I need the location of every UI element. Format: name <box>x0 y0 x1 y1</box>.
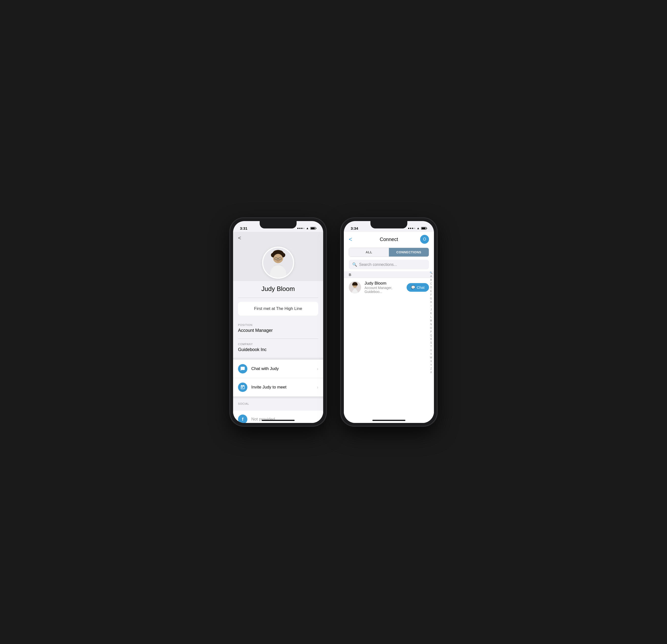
alpha-index-B[interactable]: B <box>430 278 432 282</box>
chat-action-icon <box>238 364 247 373</box>
phone-2-screen: 3:34 ▲ < Connect O <box>344 221 434 423</box>
chat-action-row[interactable]: Chat with Judy › <box>233 360 323 378</box>
alpha-index-F[interactable]: F <box>430 293 432 297</box>
chat-btn-label: Chat <box>417 285 425 290</box>
position-value: Account Manager <box>238 328 318 337</box>
alpha-index-L[interactable]: L <box>430 315 432 319</box>
alpha-index-P[interactable]: P <box>430 330 432 334</box>
alpha-index-V[interactable]: V <box>430 352 432 356</box>
tab-all[interactable]: ALL <box>349 248 389 257</box>
social-label: SOCIAL <box>238 402 318 405</box>
alpha-index-I[interactable]: I <box>431 304 432 308</box>
connection-info: Judy Bloom Account Manager, Guideboo... <box>364 281 407 294</box>
search-bar[interactable]: 🔍 Search connections... <box>349 260 429 269</box>
search-placeholder: Search connections... <box>359 262 397 267</box>
social-section: f Not provided t Not provided in Not pro… <box>233 410 323 423</box>
connection-avatar <box>349 281 361 293</box>
wifi-icon-1: ▲ <box>306 226 309 230</box>
svg-point-16 <box>356 284 358 286</box>
signal-icon-1 <box>297 228 305 229</box>
alpha-index-C[interactable]: C <box>430 282 432 286</box>
meet-chevron-icon: › <box>317 385 318 390</box>
status-time-1: 3:31 <box>240 226 247 230</box>
company-label: COMPANY <box>238 343 318 345</box>
alpha-index-Q[interactable]: Q <box>430 334 432 337</box>
phone-1-screen: 3:31 ▲ < <box>233 221 323 423</box>
chat-button[interactable]: 💬 Chat <box>407 283 429 292</box>
divider-1 <box>238 297 318 298</box>
actions-section: Chat with Judy › Invite Judy to meet › <box>233 360 323 396</box>
facebook-row: f Not provided <box>233 410 323 423</box>
back-button-1[interactable]: < <box>238 235 241 241</box>
alpha-index-U[interactable]: U <box>430 349 432 352</box>
signal-icon-2 <box>408 228 415 229</box>
note-box[interactable]: First met at The High Line <box>238 302 318 316</box>
profile-name: Judy Bloom <box>233 281 323 297</box>
connect-screen: < Connect O ALL CONNECTIONS 🔍 Search con… <box>344 232 434 423</box>
status-icons-2: ▲ <box>408 226 427 230</box>
facebook-icon: f <box>238 415 247 423</box>
alpha-index-J[interactable]: J <box>430 308 432 311</box>
wifi-icon-2: ▲ <box>417 226 420 230</box>
connection-row-judy: Judy Bloom Account Manager, Guideboo... … <box>344 278 434 297</box>
alpha-index-D[interactable]: D <box>430 286 432 289</box>
alpha-index-M[interactable]: M <box>430 319 432 322</box>
tab-row: ALL CONNECTIONS <box>349 248 429 257</box>
social-section-header: SOCIAL <box>233 398 323 409</box>
search-icon: 🔍 <box>352 262 357 267</box>
section-divider-1 <box>233 358 323 360</box>
alpha-index-S[interactable]: S <box>430 341 432 345</box>
tab-connections[interactable]: CONNECTIONS <box>389 248 429 257</box>
profile-screen: < <box>233 232 323 423</box>
svg-point-7 <box>276 250 281 255</box>
alpha-index-O[interactable]: O <box>430 326 432 330</box>
company-section: COMPANY Guidebook Inc <box>233 339 323 358</box>
svg-point-15 <box>352 284 354 286</box>
alpha-index-X[interactable]: X <box>430 360 432 363</box>
status-time-2: 3:34 <box>351 226 358 230</box>
alphabet-index: 🔍ABCDEFGHIJKLMNOPQRSTUVWXYZ# <box>430 271 433 374</box>
alpha-index-R[interactable]: R <box>430 338 432 341</box>
alpha-index-A[interactable]: A <box>430 275 432 278</box>
profile-header: < <box>233 232 323 281</box>
alpha-section-label: B <box>344 271 434 278</box>
phone-1: 3:31 ▲ < <box>230 218 326 426</box>
connect-nav: < Connect O <box>344 232 434 246</box>
alpha-index-G[interactable]: G <box>430 297 432 300</box>
home-indicator-1 <box>262 420 295 421</box>
alpha-index-T[interactable]: T <box>430 345 432 348</box>
connect-title: Connect <box>380 237 398 242</box>
company-value: Guidebook Inc <box>238 347 318 356</box>
battery-icon-2 <box>421 227 427 230</box>
meet-action-icon <box>238 383 247 392</box>
notch-1 <box>260 221 297 228</box>
alpha-index-#[interactable]: # <box>430 371 432 374</box>
svg-point-17 <box>354 282 356 284</box>
alpha-index-K[interactable]: K <box>430 312 432 315</box>
notch-2 <box>370 221 407 228</box>
chat-btn-icon: 💬 <box>411 285 415 289</box>
position-label: POSITION <box>238 323 318 326</box>
back-button-2[interactable]: < <box>349 236 358 243</box>
chat-action-label: Chat with Judy <box>251 366 317 371</box>
status-icons-1: ▲ <box>297 226 316 230</box>
user-avatar-btn[interactable]: O <box>420 235 429 244</box>
meet-action-row[interactable]: Invite Judy to meet › <box>233 378 323 396</box>
alpha-index-H[interactable]: H <box>430 301 432 304</box>
alpha-index-Y[interactable]: Y <box>430 364 432 367</box>
chat-chevron-icon: › <box>317 366 318 371</box>
meet-action-label: Invite Judy to meet <box>251 385 317 390</box>
alpha-index-E[interactable]: E <box>430 290 432 293</box>
facebook-value: Not provided <box>251 417 275 422</box>
battery-icon-1 <box>310 227 316 230</box>
avatar-1 <box>262 247 294 279</box>
alpha-index-N[interactable]: N <box>430 323 432 326</box>
alpha-index-Z[interactable]: Z <box>430 367 432 370</box>
connection-title: Account Manager, Guideboo... <box>364 286 407 294</box>
position-section: POSITION Account Manager <box>233 320 323 338</box>
connection-name: Judy Bloom <box>364 281 407 286</box>
alpha-index-W[interactable]: W <box>430 356 432 359</box>
home-indicator-2 <box>372 420 405 421</box>
section-divider-2 <box>233 396 323 398</box>
phone-2: 3:34 ▲ < Connect O <box>341 218 437 426</box>
